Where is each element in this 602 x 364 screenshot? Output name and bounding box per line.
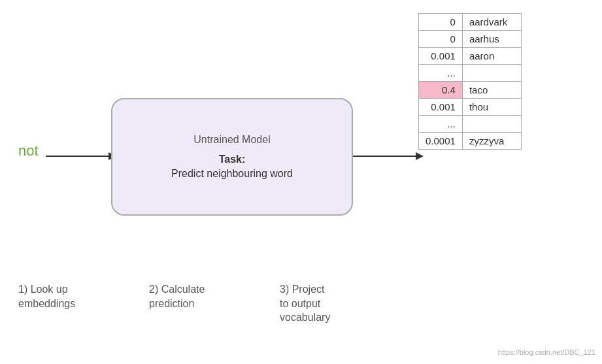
- word-cell: [462, 65, 521, 82]
- model-box: Untrained Model Task: Predict neighbouri…: [111, 98, 353, 216]
- diagram: not Untrained Model Task: Predict neighb…: [0, 0, 602, 364]
- word-cell: [462, 116, 521, 133]
- model-task-label: Task:: [219, 154, 246, 165]
- vocab-row: 0.001thou: [419, 99, 522, 116]
- step-label: 3) Project to output vocabulary: [280, 282, 410, 325]
- step-labels: 1) Look up embeddings2) Calculate predic…: [18, 282, 424, 325]
- vocab-row: 0.0001zyzzyva: [419, 133, 522, 150]
- vocab-table: 0aardvark0aarhus0.001aaron...0.4taco0.00…: [418, 13, 522, 150]
- input-word: not: [18, 142, 39, 159]
- arrow-in: [46, 156, 111, 157]
- prob-cell: 0.0001: [419, 133, 463, 150]
- prob-cell: ...: [419, 65, 463, 82]
- prob-cell: 0.001: [419, 99, 463, 116]
- model-title: Untrained Model: [193, 134, 270, 146]
- vocab-row: 0.4taco: [419, 82, 522, 99]
- vocab-row: ...: [419, 116, 522, 133]
- vocab-row: 0.001aaron: [419, 48, 522, 65]
- prob-cell: 0: [419, 14, 463, 31]
- prob-cell: 0.4: [419, 82, 463, 99]
- vocab-row: ...: [419, 65, 522, 82]
- prob-cell: 0.001: [419, 48, 463, 65]
- step-label: 1) Look up embeddings: [18, 282, 149, 325]
- watermark: https://blog.csdn.net/DBC_121: [498, 348, 595, 356]
- word-cell: thou: [462, 99, 521, 116]
- word-cell: aardvark: [462, 14, 521, 31]
- vocab-row: 0aardvark: [419, 14, 522, 31]
- prob-cell: ...: [419, 116, 463, 133]
- word-cell: aarhus: [462, 31, 521, 48]
- prob-cell: 0: [419, 31, 463, 48]
- word-cell: taco: [462, 82, 521, 99]
- word-cell: zyzzyva: [462, 133, 521, 150]
- arrow-out: [353, 156, 418, 157]
- step-label: 2) Calculate prediction: [149, 282, 280, 325]
- vocab-row: 0aarhus: [419, 31, 522, 48]
- model-task-desc: Predict neighbouring word: [171, 168, 293, 180]
- word-cell: aaron: [462, 48, 521, 65]
